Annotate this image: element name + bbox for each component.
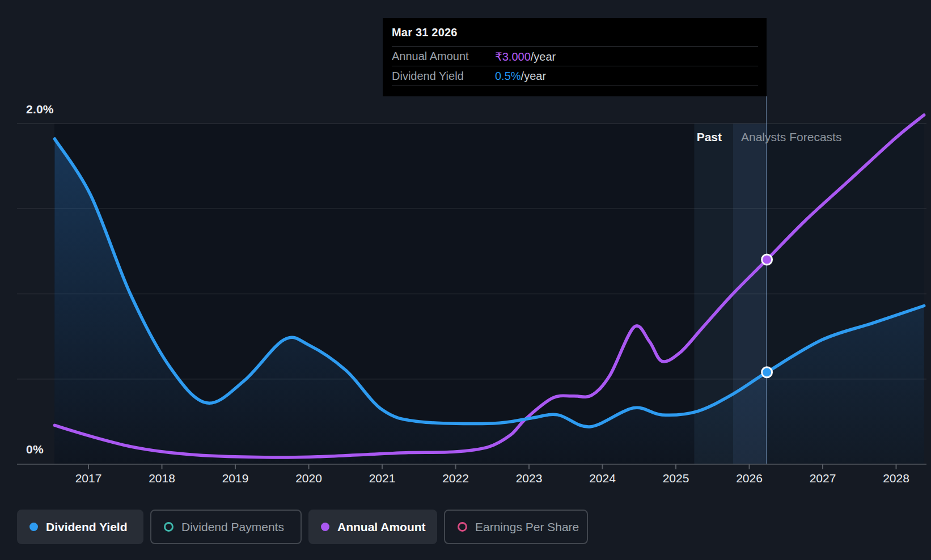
tooltip-dividend-yield-label: Dividend Yield <box>392 70 495 83</box>
past-zone-label: Past <box>697 130 722 144</box>
x-axis-label-2027: 2027 <box>797 472 848 485</box>
tooltip-annual-amount-label: Annual Amount <box>392 50 495 63</box>
legend-toggle-earnings-per-share[interactable]: Earnings Per Share <box>444 510 588 544</box>
tooltip-dividend-yield-value: 0.5% <box>495 70 521 82</box>
tooltip-date: Mar 31 2026 <box>383 18 767 39</box>
dividend-yield-dot-icon <box>29 523 38 531</box>
legend-toggle-dividend-yield[interactable]: Dividend Yield <box>17 510 143 544</box>
x-axis-label-2019: 2019 <box>210 472 261 485</box>
annual-amount-marker-dot[interactable] <box>762 254 772 265</box>
x-axis-label-2023: 2023 <box>503 472 555 485</box>
y-axis-label-top: 2.0% <box>26 103 54 116</box>
legend-toggle-annual-amount[interactable]: Annual Amount <box>308 510 437 544</box>
x-axis-label-2025: 2025 <box>650 472 701 485</box>
tooltip-annual-amount-suffix: /year <box>531 50 556 63</box>
tooltip-annual-amount-value: ₹3.000 <box>495 50 531 63</box>
x-axis-label-2026: 2026 <box>724 472 775 485</box>
earnings-per-share-ring-icon <box>458 522 467 532</box>
tooltip-row-annual-amount: Annual Amount ₹3.000/year <box>392 46 758 66</box>
analysts-forecasts-zone-label: Analysts Forecasts <box>741 130 841 144</box>
x-axis-label-2028: 2028 <box>871 472 922 485</box>
x-axis-label-2024: 2024 <box>577 472 628 485</box>
x-axis-label-2022: 2022 <box>430 472 481 485</box>
y-axis-label-zero: 0% <box>26 443 44 456</box>
tooltip-bottom-rule <box>392 86 758 86</box>
x-axis-label-2018: 2018 <box>137 472 188 485</box>
x-axis-label-2021: 2021 <box>357 472 408 485</box>
hover-tooltip: Mar 31 2026 Annual Amount ₹3.000/year Di… <box>383 18 767 96</box>
legend-earnings-per-share-label: Earnings Per Share <box>475 520 593 534</box>
dividend-payments-ring-icon <box>164 522 173 532</box>
dividend-yield-marker-dot[interactable] <box>762 367 772 377</box>
legend-toggle-dividend-payments[interactable]: Dividend Payments <box>150 510 302 544</box>
dividend-chart: 2.0% 0% Past Analysts Forecasts Mar 31 2… <box>0 0 931 560</box>
tooltip-dividend-yield-suffix: /year <box>521 70 546 82</box>
x-axis-label-2017: 2017 <box>63 472 114 485</box>
legend-annual-amount-label: Annual Amount <box>337 520 439 534</box>
tooltip-row-dividend-yield: Dividend Yield 0.5%/year <box>392 66 758 86</box>
annual-amount-dot-icon <box>321 523 329 531</box>
x-axis-label-2020: 2020 <box>283 472 335 485</box>
legend-dividend-yield-label: Dividend Yield <box>46 520 141 534</box>
legend-dividend-payments-label: Dividend Payments <box>181 520 298 534</box>
